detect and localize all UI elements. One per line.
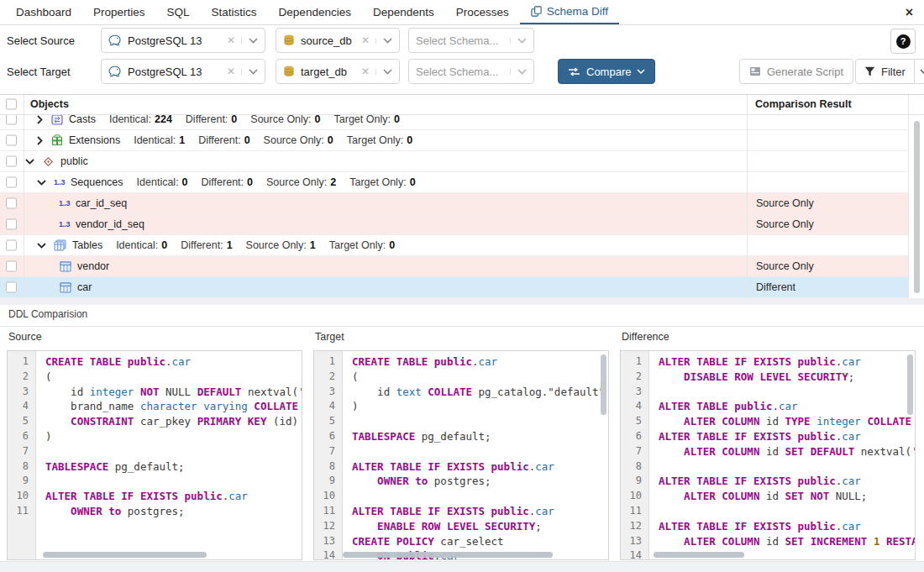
line-number: 3 [8,385,35,400]
code-token: integer [816,415,867,428]
chevron-down-icon[interactable] [510,38,527,44]
table-row[interactable]: 1..3car_id_seqSource Only [0,193,908,214]
source-server-select[interactable]: PostgreSQL 13 ✕ [101,28,265,53]
clear-icon[interactable]: ✕ [361,66,370,77]
table-row[interactable]: 1..3SequencesIdentical:0Different:0Sourc… [0,172,908,193]
code-line [352,414,608,429]
generate-script-button[interactable]: Generate Script [739,59,853,84]
horizontal-scrollbar[interactable] [343,551,606,559]
tab-schema-diff[interactable]: Schema Diff [520,0,619,24]
chevron-right-icon[interactable] [37,136,43,145]
clear-icon[interactable]: ✕ [227,66,235,77]
row-checkbox[interactable] [6,240,17,251]
tab-label: Dependents [373,6,434,18]
tab-label: Schema Diff [547,5,608,18]
chevron-down-icon[interactable] [37,243,46,249]
row-checkbox[interactable] [6,135,17,146]
horizontal-scrollbar[interactable] [36,551,300,559]
comparison-grid: Objects Comparison Result CastsIdentical… [0,94,924,298]
code-token: OWNER to [377,475,434,487]
chevron-down-icon[interactable] [241,38,258,44]
scrollbar-thumb[interactable] [43,552,207,558]
horizontal-scrollbar[interactable] [649,551,913,559]
chevron-down-icon[interactable] [375,38,392,44]
scrollbar-thumb[interactable] [914,121,920,293]
row-checkbox[interactable] [6,219,17,230]
table-row[interactable]: public [0,151,908,172]
line-number: 11 [314,504,342,519]
clear-icon[interactable]: ✕ [227,34,235,46]
code-token: id [766,415,785,428]
tab-sql[interactable]: SQL [156,0,201,24]
vertical-scrollbar-thumb[interactable] [907,354,913,415]
row-checkbox[interactable] [6,282,17,293]
table-row[interactable]: vendorSource Only [0,256,908,277]
source-database-select[interactable]: source_db ✕ [276,28,400,53]
code-token [659,445,684,458]
comparison-stats: Identical:0Different:1Source Only:1Targe… [116,239,408,251]
comparison-stats: Identical:0Different:0Source Only:2Targe… [137,176,429,188]
line-number: 10 [621,489,648,504]
tab-properties[interactable]: Properties [82,0,156,24]
grid-vertical-scrollbar[interactable] [913,114,921,296]
table-row[interactable]: 1..3vendor_id_seqSource Only [0,214,908,235]
help-button[interactable]: ? [890,29,916,54]
row-checkbox[interactable] [6,156,17,167]
chevron-down-icon[interactable] [37,180,46,186]
tab-processes[interactable]: Processes [445,0,520,24]
chevron-down-icon[interactable] [637,69,645,74]
close-icon[interactable]: × [906,0,913,24]
tab-dependencies[interactable]: Dependencies [268,0,362,24]
select-all-checkbox[interactable] [6,99,17,110]
source-pane-title: Source [8,331,42,343]
target-schema-select[interactable]: Select Schema... [408,59,534,84]
source-code-area[interactable]: CREATE TABLE public.car( id integer NOT … [37,351,302,559]
code-token: RESTART [886,535,915,548]
clear-icon[interactable]: ✕ [361,34,370,46]
row-checkbox[interactable] [6,261,17,272]
chevron-down-icon[interactable] [241,69,258,75]
row-checkbox[interactable] [6,177,17,188]
source-schema-select[interactable]: Select Schema... [408,28,534,53]
table-row[interactable]: ExtensionsIdentical:1Different:0Source O… [0,130,908,151]
code-line: ALTER COLUMN id SET NOT NULL; [659,489,915,504]
tab-dashboard[interactable]: Dashboard [5,0,82,24]
target-server-select[interactable]: PostgreSQL 13 ✕ [101,59,265,84]
comparison-result: Source Only [747,214,814,234]
code-token: ENABLE ROW LEVEL SECURITY [377,520,535,533]
code-line: brand_name character varying COLLATE [45,399,302,414]
table-row[interactable]: TablesIdentical:0Different:1Source Only:… [0,235,908,256]
compare-button[interactable]: Compare [558,59,655,84]
line-number: 9 [314,474,342,489]
code-token: car [479,355,498,368]
line-number: 12 [314,519,342,534]
target-database-select[interactable]: target_db ✕ [276,59,400,84]
line-number: 4 [8,399,35,414]
code-line: ( [45,370,302,385]
code-line: ) [45,429,302,444]
scrollbar-thumb[interactable] [343,552,553,558]
stat-label: Source Only: [264,134,324,146]
vertical-scrollbar-thumb[interactable] [601,354,606,415]
filter-dropdown-button[interactable] [915,59,924,84]
filter-button[interactable]: Filter [855,59,915,84]
chevron-down-icon[interactable] [375,69,392,75]
table-row[interactable]: CastsIdentical:224Different:0Source Only… [0,114,908,130]
difference-code-area[interactable]: ALTER TABLE IF EXISTS public.car DISABLE… [650,351,915,559]
panel-resize-handle[interactable] [0,298,924,305]
row-checkbox[interactable] [6,114,17,125]
chevron-down-icon[interactable] [25,159,34,165]
target-code-area[interactable]: CREATE TABLE public.car( id text COLLATE… [344,351,608,559]
scrollbar-thumb[interactable] [654,552,744,558]
table-row[interactable]: carDifferent [0,277,908,298]
row-checkbox[interactable] [6,198,17,209]
stat-label: Identical: [109,114,151,125]
chevron-right-icon[interactable] [37,115,43,124]
object-name: car_id_seq [76,197,127,209]
tab-dependents[interactable]: Dependents [362,0,445,24]
tab-statistics[interactable]: Statistics [201,0,268,24]
stat: Identical:0 [116,239,167,251]
line-number: 10 [314,489,342,504]
chevron-down-icon[interactable] [510,69,527,75]
code-token: ; [535,520,542,533]
